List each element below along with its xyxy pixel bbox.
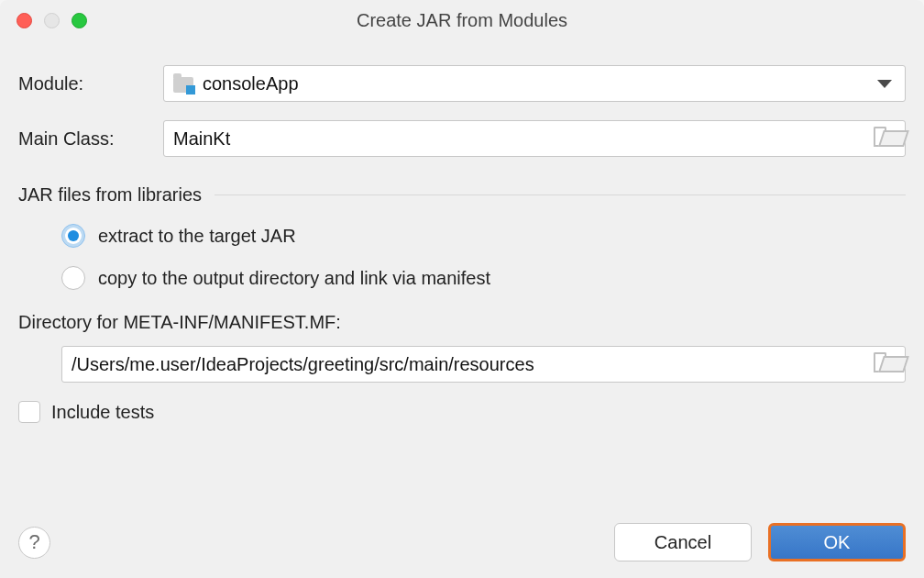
main-class-field[interactable]: MainKt [163,120,906,157]
titlebar: Create JAR from Modules [0,0,924,41]
include-tests-label: Include tests [51,402,154,423]
radio-extract-label: extract to the target JAR [98,226,296,247]
radio-copy[interactable]: copy to the output directory and link vi… [61,266,906,290]
maximize-icon[interactable] [72,13,87,28]
chevron-down-icon [877,80,892,88]
ok-button[interactable]: OK [768,523,906,561]
section-header: JAR files from libraries [18,184,906,206]
divider [214,195,906,195]
help-button[interactable]: ? [18,527,50,559]
module-value: consoleApp [203,73,299,94]
dialog-window: Create JAR from Modules Module: consoleA… [0,0,924,578]
cancel-button[interactable]: Cancel [614,523,752,561]
libraries-radio-group: extract to the target JAR copy to the ou… [18,224,906,290]
folder-open-icon[interactable] [874,130,896,147]
module-row: Module: consoleApp [18,65,906,102]
traffic-lights [16,13,87,28]
window-title: Create JAR from Modules [15,10,909,31]
help-icon: ? [28,530,39,554]
include-tests-checkbox[interactable] [18,401,40,423]
folder-open-icon[interactable] [874,356,896,372]
module-combobox[interactable]: consoleApp [163,65,906,102]
directory-label: Directory for META-INF/MANIFEST.MF: [18,312,906,333]
directory-value: /Users/me.user/IdeaProjects/greeting/src… [72,354,874,375]
close-icon[interactable] [16,13,32,28]
libraries-section-title: JAR files from libraries [18,184,202,206]
ok-label: OK [824,532,851,553]
dialog-body: Module: consoleApp Main Class: MainKt [0,41,924,441]
directory-row: /Users/me.user/IdeaProjects/greeting/src… [18,346,906,383]
libraries-section: JAR files from libraries extract to the … [18,184,906,290]
main-class-row: Main Class: MainKt [18,120,906,157]
radio-copy-label: copy to the output directory and link vi… [98,268,490,289]
radio-extract[interactable]: extract to the target JAR [61,224,906,248]
directory-section: Directory for META-INF/MANIFEST.MF: /Use… [18,312,906,383]
module-icon [173,75,193,93]
minimize-icon [44,13,60,28]
radio-icon [61,224,85,248]
include-tests-row[interactable]: Include tests [18,401,906,423]
main-class-label: Main Class: [18,128,163,150]
module-label: Module: [18,73,163,94]
dialog-footer: ? Cancel OK [0,523,924,561]
directory-field[interactable]: /Users/me.user/IdeaProjects/greeting/src… [61,346,906,383]
radio-icon [61,266,85,290]
main-class-value: MainKt [173,128,874,150]
cancel-label: Cancel [654,532,711,553]
